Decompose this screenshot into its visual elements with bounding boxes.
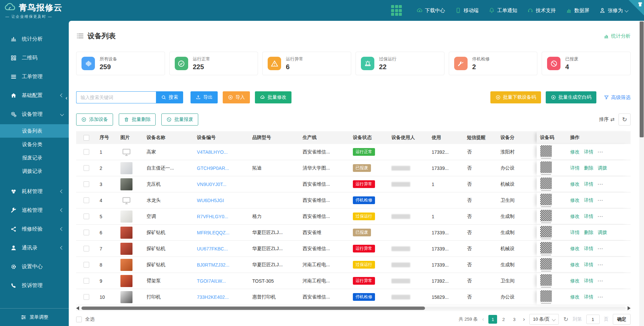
- more-actions-button[interactable]: ···: [598, 246, 603, 251]
- sidebar-item-4[interactable]: 基础配置: [0, 87, 69, 104]
- row-checkbox[interactable]: [84, 294, 89, 300]
- user-menu[interactable]: 张修为: [599, 7, 628, 14]
- device-qr-code[interactable]: [540, 209, 552, 223]
- goto-page-input[interactable]: [586, 315, 600, 324]
- batch-edit-button[interactable]: 批量修改: [255, 91, 291, 103]
- row-checkbox[interactable]: [84, 214, 89, 219]
- device-qr-code[interactable]: [540, 161, 552, 175]
- action-调拨[interactable]: 调拨: [598, 165, 607, 171]
- search-input[interactable]: [76, 91, 156, 103]
- action-删除[interactable]: 删除: [584, 165, 593, 171]
- row-checkbox[interactable]: [84, 165, 89, 171]
- select-all-checkbox[interactable]: [76, 317, 82, 322]
- device-photo[interactable]: [120, 178, 132, 190]
- device-qr-code[interactable]: [540, 145, 552, 159]
- device-photo[interactable]: [120, 243, 132, 255]
- action-删除[interactable]: 删除: [584, 230, 593, 236]
- page-size-select[interactable]: 10 条/页: [529, 314, 559, 325]
- sidebar-item-10[interactable]: 设置中心: [0, 258, 69, 275]
- confirm-button[interactable]: 确定: [613, 314, 631, 325]
- device-code-link[interactable]: UU677FKBC...: [197, 246, 228, 251]
- action-修改[interactable]: 修改: [570, 149, 580, 155]
- add-device-button[interactable]: 添加设备: [76, 113, 113, 126]
- sidebar-item-2[interactable]: 二维码: [0, 49, 69, 66]
- submenu-item-3[interactable]: 报废记录: [0, 151, 69, 165]
- nav-item-2[interactable]: 移动端: [455, 7, 479, 14]
- device-code-link[interactable]: MFR9LEQQZ...: [197, 230, 229, 235]
- action-详情[interactable]: 详情: [570, 230, 580, 236]
- action-详情[interactable]: 详情: [584, 262, 593, 268]
- more-actions-button[interactable]: ···: [598, 214, 603, 219]
- action-详情[interactable]: 详情: [584, 197, 593, 203]
- sidebar-item-5[interactable]: 设备管理: [0, 105, 69, 123]
- action-详情[interactable]: 详情: [584, 246, 593, 252]
- action-修改[interactable]: 修改: [570, 214, 580, 220]
- refresh-pagination-icon[interactable]: ↻: [563, 316, 568, 323]
- device-qr-code[interactable]: [540, 177, 552, 191]
- action-修改[interactable]: 修改: [570, 197, 580, 203]
- import-button[interactable]: 导入: [223, 91, 250, 103]
- sidebar-item-7[interactable]: 巡检管理: [0, 201, 69, 219]
- device-qr-code[interactable]: [540, 258, 552, 272]
- next-page-arrow[interactable]: ›: [523, 316, 525, 323]
- device-code-link[interactable]: WU6DH5JGI: [197, 198, 224, 203]
- vertical-scroll-thumb[interactable]: [640, 21, 644, 137]
- device-code-link[interactable]: R7VFHLGY0...: [197, 214, 228, 219]
- action-详情[interactable]: 详情: [584, 149, 593, 155]
- action-详情[interactable]: 详情: [570, 165, 580, 171]
- device-code-link[interactable]: GTCH9P0AR...: [197, 166, 229, 171]
- apps-grid-icon[interactable]: [391, 5, 402, 16]
- scroll-track[interactable]: [81, 307, 626, 310]
- row-checkbox[interactable]: [84, 278, 89, 284]
- row-checkbox[interactable]: [84, 181, 89, 187]
- page-button-2[interactable]: 2: [499, 315, 508, 324]
- action-修改[interactable]: 修改: [570, 262, 580, 268]
- more-actions-button[interactable]: ···: [598, 198, 603, 203]
- more-actions-button[interactable]: ···: [598, 149, 603, 155]
- action-详情[interactable]: 详情: [584, 214, 593, 220]
- prev-page-arrow[interactable]: ‹: [482, 316, 484, 323]
- stats-analysis-link[interactable]: 统计分析: [603, 33, 631, 39]
- nav-item-5[interactable]: 数据屏: [566, 7, 589, 14]
- device-qr-code[interactable]: [540, 193, 552, 207]
- submenu-item-4[interactable]: 调拨记录: [0, 165, 69, 178]
- scroll-left-arrow[interactable]: [76, 306, 79, 310]
- device-code-link[interactable]: V4TA8LHYO...: [197, 149, 228, 155]
- submenu-item-2[interactable]: 设备分类: [0, 138, 69, 151]
- device-photo[interactable]: [120, 211, 132, 223]
- sidebar-item-11[interactable]: 投诉管理: [0, 277, 69, 294]
- sidebar-item-9[interactable]: 通讯录: [0, 239, 69, 257]
- device-code-link[interactable]: 733H2KE402...: [197, 294, 229, 300]
- action-修改[interactable]: 修改: [570, 246, 580, 252]
- device-qr-code[interactable]: [540, 242, 552, 255]
- select-all[interactable]: 全选: [76, 316, 95, 322]
- vertical-scrollbar[interactable]: [639, 21, 644, 326]
- device-qr-code[interactable]: [540, 290, 552, 304]
- action-调拨[interactable]: 调拨: [598, 230, 607, 236]
- batch-scrap-button[interactable]: 批量报废: [161, 113, 198, 126]
- nav-item-4[interactable]: 技术支持: [527, 7, 556, 14]
- sidebar-item-3[interactable]: 工单管理: [0, 68, 69, 85]
- action-修改[interactable]: 修改: [570, 278, 580, 284]
- search-button[interactable]: 搜索: [156, 91, 183, 103]
- more-actions-button[interactable]: ···: [598, 262, 603, 268]
- device-photo[interactable]: [120, 291, 132, 303]
- sidebar-item-1[interactable]: 统计分析: [0, 30, 69, 48]
- action-详情[interactable]: 详情: [584, 278, 593, 284]
- menu-adjust-button[interactable]: 菜单调整: [0, 308, 69, 326]
- row-checkbox[interactable]: [84, 197, 89, 203]
- device-qr-code[interactable]: [540, 274, 552, 288]
- action-详情[interactable]: 详情: [584, 294, 593, 300]
- page-button-1[interactable]: 1: [488, 315, 497, 324]
- sidebar-collapse-icon[interactable]: ‹: [64, 93, 69, 103]
- export-button[interactable]: 导出: [191, 91, 218, 103]
- sidebar-item-8[interactable]: 维修经验: [0, 220, 69, 238]
- action-详情[interactable]: 详情: [584, 181, 593, 187]
- row-checkbox[interactable]: [84, 246, 89, 251]
- device-qr-code[interactable]: [540, 226, 552, 239]
- more-actions-button[interactable]: ···: [598, 294, 603, 300]
- more-actions-button[interactable]: ···: [598, 182, 603, 187]
- sidebar-item-6[interactable]: 耗材管理: [0, 183, 69, 200]
- batch-delete-button[interactable]: 批量删除: [119, 113, 156, 126]
- row-checkbox[interactable]: [84, 262, 89, 268]
